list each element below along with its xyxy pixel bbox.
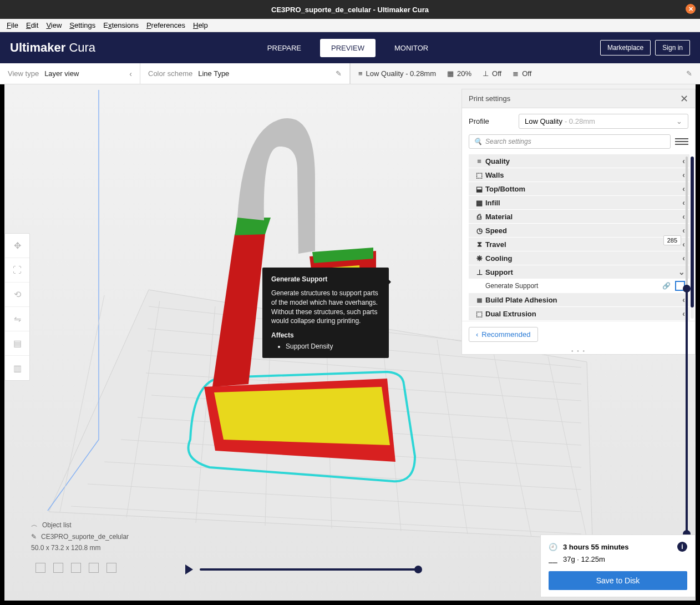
menu-help[interactable]: Help: [190, 20, 211, 31]
category-quality[interactable]: ≡Quality‹: [469, 154, 689, 168]
tooltip-body: Generate structures to support parts of …: [271, 289, 380, 326]
color-scheme-selector[interactable]: Color scheme Line Type ✎: [140, 63, 350, 84]
tooltip-title: Generate Support: [271, 275, 380, 283]
category-dual-extrusion[interactable]: ⬚Dual Extrusion‹: [469, 307, 689, 320]
tool-rotate[interactable]: ⟲: [5, 283, 29, 307]
support-icon: ⊥: [473, 268, 485, 276]
tool-scale[interactable]: ⛶: [5, 258, 29, 283]
walls-icon: ⬚: [473, 171, 485, 179]
viewport[interactable]: ✥ ⛶ ⟲ ⇋ ▤ ▥ Generate Support Generate st…: [4, 84, 696, 601]
window-titlebar: CE3PRO_suporte_de_celular - Ultimaker Cu…: [0, 0, 700, 19]
object-dimensions: 50.0 x 73.2 x 120.8 mm: [31, 544, 129, 552]
save-to-disk-button[interactable]: Save to Disk: [549, 571, 687, 590]
tooltip-affects-label: Affects: [271, 331, 380, 339]
left-toolbar: ✥ ⛶ ⟲ ⇋ ▤ ▥: [4, 233, 30, 381]
profile-row: Profile Low Quality - 0.28mm ⌄: [462, 108, 695, 134]
window-title: CE3PRO_suporte_de_celular - Ultimaker Cu…: [271, 6, 429, 14]
filament-icon: ⎯⎯: [549, 555, 557, 563]
marketplace-button[interactable]: Marketplace: [600, 40, 651, 56]
view-3d-icon[interactable]: [35, 563, 45, 573]
stage-prepare[interactable]: PREPARE: [256, 39, 312, 57]
category-cooling[interactable]: ❋Cooling‹: [469, 251, 689, 265]
signin-button[interactable]: Sign in: [655, 40, 690, 56]
layers-icon: ≡: [358, 69, 363, 78]
search-input[interactable]: 🔍 Search settings: [469, 134, 671, 149]
panel-resize-handle[interactable]: • • •: [462, 347, 695, 354]
sim-slider-track[interactable]: [200, 568, 418, 571]
adhesion-icon: ≣: [473, 296, 485, 304]
tooltip-affects-item: Support Density: [286, 342, 380, 350]
print-settings-panel: Print settings ✕ Profile Low Quality - 0…: [461, 89, 696, 355]
tool-mesh[interactable]: ▤: [5, 331, 29, 356]
support-icon: ⊥: [483, 69, 489, 78]
topbottom-icon: ⬓: [473, 185, 485, 193]
hamburger-icon[interactable]: [675, 135, 688, 148]
category-topbottom[interactable]: ⬓Top/Bottom‹: [469, 182, 689, 195]
stage-monitor[interactable]: MONITOR: [383, 39, 439, 57]
travel-icon: ⧗: [473, 240, 485, 249]
print-time: 3 hours 55 minutes: [563, 543, 628, 551]
view-top-icon[interactable]: [71, 563, 81, 573]
stage-tabs: PREPARE PREVIEW MONITOR: [256, 39, 439, 57]
view-orientation-tools: [35, 563, 116, 573]
tool-move[interactable]: ✥: [5, 234, 29, 258]
profile-summary-bar[interactable]: ≡Low Quality - 0.28mm ▦20% ⊥Off ≣Off ✎: [350, 63, 700, 84]
pencil-icon[interactable]: ✎: [336, 69, 342, 78]
menu-settings[interactable]: Settings: [66, 20, 99, 31]
infill-icon: ▦: [473, 199, 485, 207]
search-icon: 🔍: [474, 138, 482, 145]
category-material[interactable]: ⎙Material‹: [469, 210, 689, 223]
setting-tooltip: Generate Support Generate structures to …: [262, 268, 389, 358]
topbar: Ultimaker Cura PREPARE PREVIEW MONITOR M…: [0, 32, 700, 63]
view-type-selector[interactable]: View type Layer view ‹: [0, 63, 140, 84]
object-list-header[interactable]: ︿Object list: [31, 520, 129, 530]
category-support[interactable]: ⊥Support⌄: [469, 265, 689, 279]
pencil-icon[interactable]: ✎: [686, 69, 692, 78]
menu-file[interactable]: File: [3, 20, 22, 31]
close-icon[interactable]: ✕: [680, 93, 688, 105]
speed-icon: ◷: [473, 226, 485, 235]
menu-extensions[interactable]: Extensions: [100, 20, 142, 31]
settings-panel-header: Print settings ✕: [462, 89, 695, 108]
cooling-icon: ❋: [473, 254, 485, 263]
layer-top-value: 285: [663, 235, 681, 245]
support-state: Off: [492, 69, 501, 78]
view-left-icon[interactable]: [89, 563, 99, 573]
tool-support-blocker[interactable]: ▥: [5, 356, 29, 380]
menu-edit[interactable]: Edit: [23, 20, 42, 31]
subbar: View type Layer view ‹ Color scheme Line…: [0, 63, 700, 84]
menubar: File Edit View Settings Extensions Prefe…: [0, 19, 700, 32]
view-front-icon[interactable]: [53, 563, 63, 573]
menu-preferences[interactable]: Preferences: [143, 20, 189, 31]
object-list-item[interactable]: ✎CE3PRO_suporte_de_celular: [31, 533, 129, 541]
profile-summary-text: Low Quality - 0.28mm: [366, 69, 436, 78]
recommended-button[interactable]: ‹Recommended: [469, 327, 538, 342]
profile-select[interactable]: Low Quality - 0.28mm ⌄: [519, 114, 688, 129]
view-right-icon[interactable]: [106, 563, 116, 573]
svg-marker-24: [235, 218, 271, 235]
setting-generate-support: Generate Support 🔗: [469, 279, 689, 293]
layer-slider-top-handle[interactable]: [683, 285, 691, 293]
object-list: ︿Object list ✎CE3PRO_suporte_de_celular …: [31, 520, 129, 555]
play-button[interactable]: [185, 564, 193, 574]
chevron-left-icon: ‹: [129, 69, 132, 78]
category-infill[interactable]: ▦Infill‹: [469, 196, 689, 209]
simulation-slider: [185, 563, 418, 576]
category-speed[interactable]: ◷Speed‹: [469, 224, 689, 237]
layer-slider[interactable]: 285: [680, 157, 693, 534]
category-walls[interactable]: ⬚Walls‹: [469, 168, 689, 182]
sim-slider-handle[interactable]: [414, 566, 422, 573]
info-icon[interactable]: i: [677, 542, 687, 552]
category-travel[interactable]: ⧗Travel‹: [469, 238, 689, 251]
category-adhesion[interactable]: ≣Build Plate Adhesion‹: [469, 293, 689, 306]
pencil-icon: ✎: [31, 533, 37, 541]
stage-preview[interactable]: PREVIEW: [320, 39, 376, 57]
link-icon[interactable]: 🔗: [662, 282, 671, 290]
material-usage: 37g · 12.25m: [563, 555, 605, 563]
tool-mirror[interactable]: ⇋: [5, 307, 29, 331]
window-close-button[interactable]: ✕: [686, 4, 696, 14]
menu-view[interactable]: View: [43, 20, 65, 31]
app-logo: Ultimaker Cura: [10, 41, 95, 55]
chevron-down-icon: ⌄: [676, 117, 682, 125]
adhesion-state: Off: [522, 69, 531, 78]
